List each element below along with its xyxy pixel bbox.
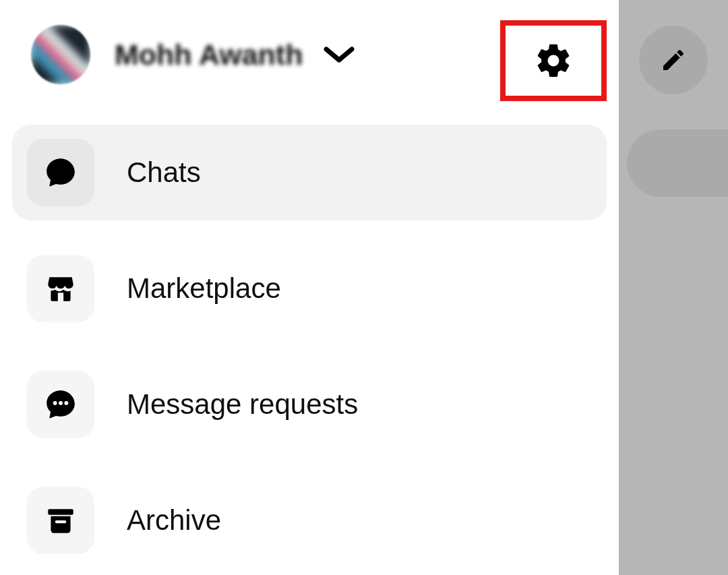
menu-label: Marketplace [127, 272, 281, 305]
message-requests-icon [44, 388, 78, 421]
icon-wrap [27, 139, 94, 206]
svg-rect-3 [48, 509, 73, 514]
svg-point-0 [53, 401, 57, 405]
icon-wrap [27, 255, 94, 322]
account-switcher-button[interactable] [319, 34, 359, 75]
main-conversation-panel [619, 0, 728, 575]
username-label: Mohh Awanth [115, 38, 303, 71]
menu-label: Message requests [127, 388, 358, 421]
svg-point-2 [64, 401, 68, 405]
settings-button[interactable] [500, 20, 607, 101]
pencil-icon [660, 47, 687, 73]
menu-item-chats[interactable]: Chats [12, 125, 607, 220]
sidebar-header: Mohh Awanth [12, 24, 607, 86]
chevron-down-icon [324, 45, 355, 64]
archive-icon [44, 504, 78, 537]
user-avatar[interactable] [31, 25, 90, 84]
sidebar-menu: Chats Marketplace Message requests [12, 125, 607, 568]
svg-point-1 [59, 401, 63, 405]
icon-wrap [27, 371, 94, 438]
icon-wrap [27, 487, 94, 554]
menu-item-archive[interactable]: Archive [12, 473, 607, 568]
chats-sidebar: Mohh Awanth Chats [0, 0, 619, 575]
menu-label: Chats [127, 156, 201, 189]
gear-icon [534, 41, 573, 80]
menu-label: Archive [127, 504, 221, 537]
menu-item-message-requests[interactable]: Message requests [12, 357, 607, 452]
compose-button[interactable] [639, 26, 708, 94]
store-icon [44, 272, 78, 305]
search-pill-partial[interactable] [627, 129, 728, 197]
menu-item-marketplace[interactable]: Marketplace [12, 241, 607, 336]
chat-icon [44, 156, 78, 189]
